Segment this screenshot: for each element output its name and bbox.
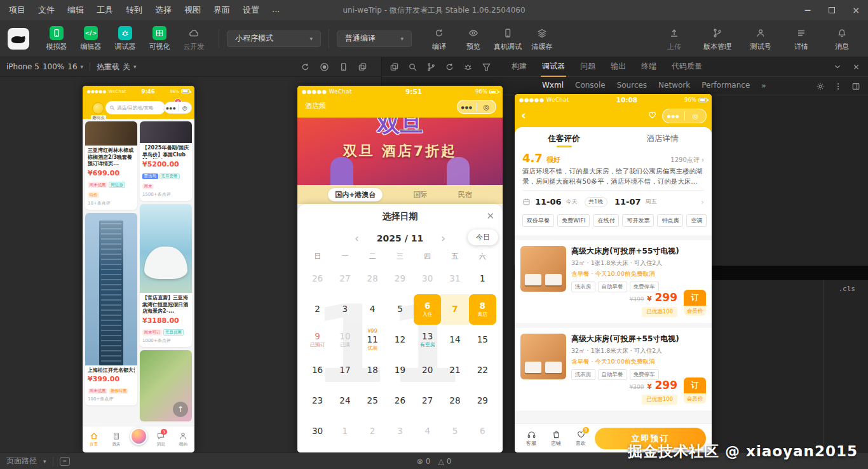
menu-item[interactable]: 文件 (38, 4, 55, 16)
calendar-day[interactable]: 19 (386, 355, 414, 386)
calendar-day[interactable]: 2 (359, 416, 386, 447)
error-counter[interactable]: ⊗0 (417, 457, 431, 466)
search-input[interactable]: 酒店/目的地/攻略 (105, 101, 165, 114)
tab-hotel[interactable]: 酒店 (105, 432, 127, 447)
calendar-day[interactable]: 6入住 (414, 294, 441, 325)
dock-side-icon[interactable] (851, 82, 860, 91)
device-icon[interactable] (339, 62, 348, 72)
tab-profile[interactable]: 我的 (172, 432, 194, 447)
preview-button[interactable]: 预览 (456, 26, 491, 51)
rotate-icon[interactable] (301, 62, 310, 72)
inspector-tab[interactable]: Sources (617, 77, 647, 95)
inspector-tab[interactable]: Wxml (542, 77, 564, 95)
calendar-day[interactable]: 16 (304, 355, 331, 386)
book-room-button[interactable]: 订 会员价 (684, 377, 706, 404)
devtools-tab[interactable]: 终端 (640, 57, 658, 77)
calendar-day[interactable]: 31 (441, 264, 468, 294)
styles-cls-button[interactable]: .cls (824, 285, 862, 293)
calendar-day[interactable]: 22 (469, 355, 496, 386)
close-button[interactable]: × (844, 0, 868, 20)
region-tab[interactable]: 国际 (414, 190, 428, 200)
calendar-day[interactable]: 2 (304, 294, 331, 325)
tab-home[interactable]: 首页 (83, 432, 105, 447)
search-icon[interactable] (408, 62, 417, 72)
calendar-day[interactable]: 10已满 (331, 325, 358, 355)
back-to-top-button[interactable]: ↑ (173, 402, 188, 417)
calendar-day[interactable]: 27 (331, 264, 358, 294)
page-path-selector[interactable]: 页面路径 (6, 456, 37, 466)
simulator-button[interactable]: 模拟器 (39, 26, 74, 51)
calendar-day[interactable]: 23 (304, 386, 331, 416)
calendar-day[interactable]: 3 (386, 416, 414, 447)
devtools-tab[interactable]: 问题 (579, 57, 597, 77)
filter-icon[interactable] (482, 62, 491, 72)
tab-center-action[interactable] (127, 434, 149, 445)
inspector-tab[interactable]: Performance (702, 77, 750, 95)
shop-button[interactable]: 店铺 (545, 430, 567, 447)
calendar-day[interactable]: 4 (414, 416, 441, 447)
mini-program-capsule[interactable]: ●●● ◎ (164, 102, 192, 114)
calendar-day[interactable]: 24 (331, 386, 358, 416)
page-template-icon[interactable]: ≡ (60, 457, 70, 466)
room-card[interactable]: 高级大床房(可投屏+55寸电视) 32㎡ · 1张1.8米大床 · 可入住2人 … (515, 240, 712, 323)
debugger-button[interactable]: 调试器 (108, 26, 142, 51)
hotel-card[interactable]: 三亚湾红树林木棉或棕榈酒店2/3晚套餐预订详情页... ¥699.00 周末优惠… (85, 121, 137, 210)
book-room-button[interactable]: 订 会员价 (684, 290, 706, 316)
devtools-tab[interactable]: 调试器 (541, 57, 566, 77)
messages-button[interactable]: 消息 (825, 26, 859, 51)
tab-overflow-chevron[interactable]: » (761, 81, 766, 90)
review-count-link[interactable]: 1290点评 › (670, 156, 704, 165)
close-panel-icon[interactable] (852, 63, 860, 71)
page-info-icon[interactable] (390, 62, 399, 72)
minimize-button[interactable]: ─ (796, 0, 820, 20)
device-select[interactable]: iPhone 5 100% 16 ▾ (6, 62, 83, 71)
refresh-icon[interactable] (445, 62, 454, 72)
calendar-day[interactable]: 5 (441, 416, 468, 447)
calendar-day[interactable]: 21 (441, 355, 468, 386)
hotel-card[interactable]: 上海松江开元名都大酒店 ¥399.00 周末优惠暑假特惠 100+条点评 (85, 213, 137, 406)
hotel-card[interactable]: 【官店直营】三亚海棠湾仁恒皇冠假日酒店海景房2-... ¥3188.00 周末可… (140, 204, 192, 347)
clear-cache-button[interactable]: 清缓存 (525, 26, 559, 51)
menu-item[interactable]: 视图 (184, 4, 201, 16)
promo-banner[interactable]: 双旦 双旦 酒店7折起 (297, 118, 503, 185)
calendar-day[interactable]: 26 (386, 386, 414, 416)
calendar-day[interactable]: 26 (304, 264, 331, 294)
calendar-day[interactable]: 15 (469, 325, 496, 355)
date-range-row[interactable]: 11-06 今天 共1晚 11-07 周五 › (522, 190, 704, 213)
menu-item[interactable]: 转到 (126, 4, 142, 16)
inspector-tab[interactable]: Network (658, 77, 690, 95)
calendar-day[interactable]: ¥9911优惠 (359, 325, 386, 355)
test-account-button[interactable]: 测试号 (743, 26, 778, 51)
calendar-day[interactable]: 1 (469, 264, 496, 294)
maximize-button[interactable] (820, 0, 844, 20)
back-button[interactable]: ‹ (521, 107, 526, 123)
close-icon[interactable]: ✕ (486, 204, 494, 228)
mini-program-capsule[interactable]: ●●● ◎ (457, 100, 496, 114)
hotel-card[interactable]: 【2025年暑期/国庆早鸟价】泰国Club Med普吉... ¥5200.00 … (140, 121, 192, 201)
review-excerpt[interactable]: 酒店环境不错，订的是大床房，给了我们公寓房偏离主楼的湖景，房间挺大面积有50多平… (515, 165, 712, 190)
calendar-day[interactable]: 5 (386, 294, 414, 325)
gear-icon[interactable] (816, 82, 825, 91)
version-manage-button[interactable]: 版本管理 (698, 26, 737, 51)
bug-icon[interactable] (463, 62, 473, 72)
menu-item[interactable]: 项目 (9, 4, 25, 16)
editor-button[interactable]: </> 编辑器 (74, 26, 108, 51)
next-month-button[interactable]: › (441, 233, 445, 244)
today-button[interactable]: 今日 (468, 229, 498, 245)
calendar-day[interactable]: 1 (331, 416, 358, 447)
branch-icon[interactable] (426, 62, 436, 72)
calendar-day[interactable]: 18 (359, 355, 386, 386)
menu-item[interactable]: 选择 (155, 4, 172, 16)
tab-hotel-info[interactable]: 酒店详情 (613, 127, 712, 150)
calendar-day[interactable]: 12 (386, 325, 414, 355)
kebab-menu-icon[interactable] (834, 82, 843, 91)
calendar-day[interactable]: 20 (414, 355, 441, 386)
warning-counter[interactable]: △0 (438, 457, 451, 466)
calendar-day[interactable]: 30 (414, 264, 441, 294)
prev-month-button[interactable]: ‹ (355, 233, 359, 244)
calendar-day[interactable]: 7 (441, 294, 468, 325)
calendar-day[interactable]: 9已预订 (304, 325, 331, 355)
menu-item[interactable]: 界面 (214, 4, 230, 16)
calendar-day[interactable]: 28 (359, 264, 386, 294)
calendar-day[interactable]: 17 (331, 355, 358, 386)
